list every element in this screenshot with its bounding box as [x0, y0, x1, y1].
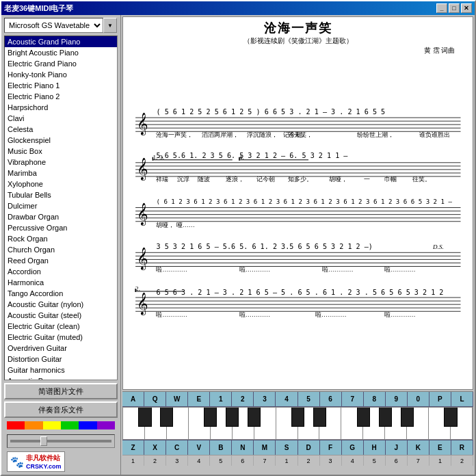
piano-numbers-row: 1234567123456712 [122, 455, 473, 466]
white-key-1[interactable] [145, 408, 167, 439]
white-key-8[interactable] [298, 408, 320, 439]
key-bot-N[interactable]: N [232, 440, 254, 455]
key-bot-M[interactable]: M [254, 440, 276, 455]
instrument-item-31[interactable]: Acoustic Bass [5, 375, 117, 380]
key-top-2[interactable]: 2 [232, 392, 254, 406]
sheet-image-button[interactable]: 简谱图片文件 [4, 383, 118, 399]
key-top-8[interactable]: 8 [364, 392, 386, 406]
instrument-item-8[interactable]: Celesta [5, 124, 117, 135]
key-top-W[interactable]: W [166, 392, 188, 406]
white-key-15[interactable] [451, 408, 473, 439]
key-top-0[interactable]: 0 [408, 392, 429, 406]
instrument-item-5[interactable]: Electric Piano 2 [5, 91, 117, 102]
instrument-item-17[interactable]: Percussive Organ [5, 222, 117, 233]
svg-text:啦…………: 啦………… [315, 311, 346, 318]
instrument-item-27[interactable]: Electric Guitar (muted) [5, 332, 117, 343]
wavetable-select[interactable]: Microsoft GS Wavetable [4, 18, 103, 33]
white-key-12[interactable] [385, 408, 407, 439]
instrument-item-22[interactable]: Harmonica [5, 277, 117, 288]
instrument-item-29[interactable]: Distortion Guitar [5, 354, 117, 365]
instrument-item-4[interactable]: Electric Piano 1 [5, 80, 117, 91]
instrument-item-14[interactable]: Tubular Bells [5, 189, 117, 200]
instrument-item-18[interactable]: Rock Organ [5, 233, 117, 244]
key-bot-Z[interactable]: Z [122, 440, 144, 455]
instrument-item-25[interactable]: Acoustic Guitar (steel) [5, 310, 117, 321]
instrument-item-15[interactable]: Dulcimer [5, 200, 117, 211]
white-key-13[interactable] [407, 408, 429, 439]
watermark-content: 非凡软件站 CRSKY.com [26, 453, 62, 470]
white-key-2[interactable] [167, 408, 189, 439]
instrument-item-7[interactable]: Clavi [5, 113, 117, 124]
key-bot-X[interactable]: X [144, 440, 166, 455]
white-key-3[interactable] [189, 408, 211, 439]
key-bot-D[interactable]: D [298, 440, 320, 455]
key-top-L[interactable]: L [451, 392, 473, 406]
key-bot-J[interactable]: J [386, 440, 408, 455]
white-key-11[interactable] [363, 408, 385, 439]
accompaniment-button[interactable]: 伴奏音乐文件 [4, 401, 118, 418]
instrument-item-16[interactable]: Drawbar Organ [5, 211, 117, 222]
key-top-1[interactable]: 1 [210, 392, 232, 406]
key-top-6[interactable]: 6 [320, 392, 342, 406]
white-key-10[interactable] [341, 408, 363, 439]
instrument-item-2[interactable]: Electric Grand Piano [5, 58, 117, 69]
slider-thumb[interactable] [40, 436, 47, 446]
instrument-list[interactable]: Acoustic Grand PianoBright Acoustic Pian… [4, 36, 118, 380]
key-bot-B[interactable]: B [210, 440, 232, 455]
white-key-7[interactable] [276, 408, 298, 439]
key-bot-C[interactable]: C [166, 440, 188, 455]
key-top-Q[interactable]: Q [144, 392, 166, 406]
minimize-button[interactable]: _ [436, 3, 447, 13]
white-key-4[interactable] [211, 408, 233, 439]
title-bar-buttons: _ □ ✕ [436, 3, 472, 13]
key-top-P[interactable]: P [429, 392, 451, 406]
key-bot-K[interactable]: K [408, 440, 429, 455]
instrument-item-13[interactable]: Xylophone [5, 178, 117, 189]
instrument-item-24[interactable]: Acoustic Guitar (nylon) [5, 299, 117, 310]
maximize-button[interactable]: □ [449, 3, 460, 13]
key-top-7[interactable]: 7 [342, 392, 364, 406]
instrument-item-20[interactable]: Reed Organ [5, 255, 117, 266]
svg-text:记今朝: 记今朝 [256, 176, 275, 183]
instrument-item-12[interactable]: Marimba [5, 168, 117, 178]
instrument-item-1[interactable]: Bright Acoustic Piano [5, 47, 117, 58]
instrument-item-6[interactable]: Harpsichord [5, 102, 117, 113]
close-button[interactable]: ✕ [461, 3, 472, 13]
piano-keys-row[interactable] [122, 407, 473, 440]
instrument-item-10[interactable]: Music Box [5, 146, 117, 157]
instrument-item-9[interactable]: Glockenspiel [5, 135, 117, 146]
instrument-item-26[interactable]: Electric Guitar (clean) [5, 321, 117, 332]
key-top-A[interactable]: A [122, 392, 144, 406]
piano-num-9: 2 [298, 455, 320, 466]
instrument-item-30[interactable]: Guitar harmonics [5, 365, 117, 375]
instrument-item-23[interactable]: Tango Accordion [5, 288, 117, 299]
key-bot-R[interactable]: R [451, 440, 473, 455]
piano-num-15: 1 [429, 455, 451, 466]
key-top-3[interactable]: 3 [254, 392, 276, 406]
white-key-5[interactable] [233, 408, 254, 439]
key-top-4[interactable]: 4 [276, 392, 298, 406]
white-key-6[interactable] [254, 408, 276, 439]
instrument-item-28[interactable]: Overdriven Guitar [5, 343, 117, 354]
key-bot-G[interactable]: G [342, 440, 364, 455]
key-top-E[interactable]: E [188, 392, 210, 406]
instrument-item-3[interactable]: Honky-tonk Piano [5, 69, 117, 80]
white-key-9[interactable] [319, 408, 341, 439]
key-bot-E[interactable]: E [429, 440, 451, 455]
key-top-9[interactable]: 9 [386, 392, 408, 406]
key-bot-S[interactable]: S [276, 440, 298, 455]
white-key-0[interactable] [123, 408, 145, 439]
song-subtitle: （影视连续剧《笑傲江湖》主题歌） [243, 36, 353, 46]
key-bot-F[interactable]: F [320, 440, 342, 455]
key-top-5[interactable]: 5 [298, 392, 320, 406]
instrument-item-0[interactable]: Acoustic Grand Piano [5, 36, 117, 47]
key-bot-V[interactable]: V [188, 440, 210, 455]
instrument-item-21[interactable]: Accordion [5, 266, 117, 277]
key-bot-H[interactable]: H [364, 440, 386, 455]
volume-slider-area[interactable] [7, 434, 115, 448]
instrument-item-19[interactable]: Church Organ [5, 244, 117, 255]
svg-text:苍天笑，: 苍天笑， [287, 131, 312, 138]
instrument-item-11[interactable]: Vibraphone [5, 157, 117, 168]
white-key-14[interactable] [429, 408, 451, 439]
dropdown-arrow[interactable]: ▼ [103, 18, 117, 33]
